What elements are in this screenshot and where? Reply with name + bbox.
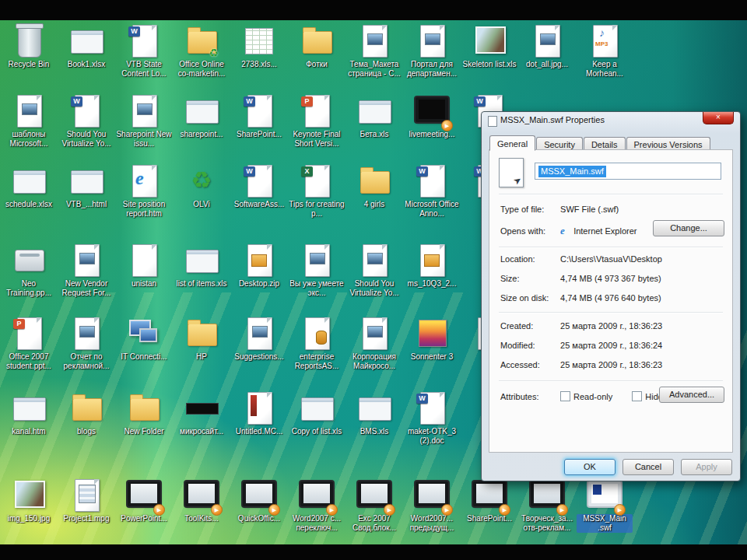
- imagedoc-icon-part: [425, 33, 440, 45]
- desktop-icon[interactable]: ▶QuickOffic...: [231, 478, 287, 523]
- apply-button[interactable]: Apply: [681, 459, 732, 475]
- desktop-icon[interactable]: Untitled.MC...: [231, 390, 287, 436]
- desktop-icon[interactable]: WMicrosoft Office Anno...: [404, 163, 460, 219]
- desktop-icon[interactable]: Портал для департамен...: [404, 23, 460, 79]
- imagedoc-icon: [68, 316, 105, 352]
- close-icon[interactable]: ×: [703, 112, 734, 124]
- desktop-icon[interactable]: Тема_Макета страница - С...: [346, 23, 402, 79]
- desktop-icon[interactable]: IT Connecti...: [116, 316, 172, 362]
- imagedoc-icon-part: [22, 103, 37, 115]
- desktop-icon[interactable]: Should You Virtualize Yo...: [346, 243, 402, 298]
- desktop-icon[interactable]: Sharepoint New issu...: [116, 93, 172, 149]
- desktop-icon[interactable]: ▶Творческ_за... отв-реклам...: [519, 478, 575, 533]
- desktop-icon[interactable]: unistan: [116, 243, 172, 289]
- desktop-icon[interactable]: 4 girls: [346, 163, 402, 209]
- desktop-icon[interactable]: schedule.xlsx: [1, 163, 57, 209]
- videothumb-icon: ▶: [471, 478, 508, 513]
- desktop-icon[interactable]: blogs: [58, 390, 114, 436]
- netpc-icon-part: [139, 328, 157, 342]
- desktop-icon[interactable]: WVTB State Content Lo...: [116, 23, 172, 79]
- window-icon-part: [186, 100, 219, 124]
- sunset-icon: [413, 316, 451, 352]
- cancel-button[interactable]: Cancel: [622, 459, 674, 475]
- desktop-icon[interactable]: ♻Office Online co-marketin...: [174, 23, 230, 79]
- desktop-icon[interactable]: ▶ToolKits...: [174, 478, 230, 523]
- iedoc-icon: e: [125, 163, 163, 199]
- desktop-icon[interactable]: VTB_...html: [58, 163, 114, 209]
- desktop-icon[interactable]: Фотки: [289, 23, 345, 69]
- desktop-icon[interactable]: kanal.htm: [1, 390, 57, 436]
- dialog-titlebar[interactable]: MSSX_Main.swf Properties ×: [482, 112, 740, 129]
- photothumb-icon-part: [475, 26, 506, 54]
- desktop-icon[interactable]: ▶Word2007 с... переключ...: [289, 478, 345, 533]
- zipdoc-icon: [240, 243, 278, 278]
- folder-icon-part: [360, 171, 390, 194]
- desktop-icon[interactable]: POffice 2007 student.ppt...: [1, 316, 57, 371]
- worddoc-icon: W: [240, 163, 278, 199]
- desktop-icon-label: enterprise ReportsAS...: [289, 352, 345, 371]
- desktop-icon-label: Microsoft Office Anno...: [404, 200, 460, 219]
- hidden-checkbox[interactable]: [632, 391, 642, 401]
- location-label: Location:: [500, 254, 558, 264]
- desktop-icon[interactable]: Project1.mpg: [58, 478, 114, 523]
- filename-input[interactable]: MSSX_Main.swf: [535, 163, 721, 180]
- desktop-icon[interactable]: Neo Training.pp...: [1, 243, 57, 298]
- desktop-icon[interactable]: WSharePoint...: [231, 93, 287, 139]
- desktop-icon[interactable]: ♪MP3Keep a Morhean...: [577, 23, 633, 79]
- desktop-icon[interactable]: BMS.xls: [346, 390, 402, 436]
- desktop-icon[interactable]: enterprise ReportsAS...: [289, 316, 345, 371]
- desktop-icon[interactable]: Wmaket-OTK_3 (2).doc: [404, 390, 460, 446]
- desktop-icon[interactable]: Sonnenter 3: [404, 316, 460, 362]
- advanced-button[interactable]: Advanced...: [659, 387, 724, 403]
- desktop-icon[interactable]: Book1.xlsx: [58, 23, 114, 69]
- desktop-icon[interactable]: Корпорация Майкросо...: [346, 316, 402, 371]
- desktop-icon[interactable]: ▶Word2007... предыдущ...: [404, 478, 460, 533]
- desktop-icon[interactable]: Бета.xls: [346, 93, 402, 139]
- imagedoc-icon-part: [137, 103, 153, 115]
- ok-button[interactable]: OK: [564, 459, 615, 475]
- netpc-icon: [125, 316, 163, 352]
- desktop-icon[interactable]: ms_10Q3_2...: [404, 243, 460, 289]
- desktop-icon[interactable]: ▶PowerPoint...: [116, 478, 172, 523]
- photothumb-icon: [10, 478, 47, 513]
- desktop-icon[interactable]: Recycle Bin: [1, 23, 57, 69]
- desktop-icon[interactable]: HP: [174, 316, 230, 362]
- readonly-checkbox[interactable]: [560, 391, 570, 401]
- desktop-icon[interactable]: Suggestions...: [231, 316, 287, 362]
- desktop-icon[interactable]: ▶Exc 2007 Свод.блок...: [346, 478, 402, 533]
- desktop-icon[interactable]: Desktop.zip: [231, 243, 287, 289]
- desktop-icon-label: VTB_...html: [58, 200, 114, 209]
- desktop-icon[interactable]: New Folder: [116, 390, 172, 436]
- desktop-icon[interactable]: eSite position report.htm: [116, 163, 172, 219]
- desktop-icon[interactable]: ▶SharePoint...: [461, 478, 517, 523]
- desktop-icon[interactable]: шаблоны Microsoft...: [1, 93, 57, 149]
- zipdoc-icon: [413, 243, 451, 278]
- tab-general[interactable]: General: [489, 135, 535, 151]
- desktop-icon-label: PowerPoint...: [116, 514, 172, 523]
- imagedoc-icon: [528, 23, 566, 59]
- desktop-icon[interactable]: Отчет по рекламной...: [58, 316, 114, 371]
- desktop-icon[interactable]: ▶livemeeting...: [404, 93, 460, 139]
- desktop-icon[interactable]: Copy of list.xls: [289, 390, 345, 436]
- worddoc-icon: W: [68, 93, 105, 129]
- desktop-icon[interactable]: 2738.xls...: [231, 23, 287, 69]
- desktop-icon[interactable]: XTips for creating p...: [289, 163, 345, 219]
- desktop-icon[interactable]: sharepoint...: [174, 93, 230, 139]
- desktop-icon[interactable]: New Vendor Request For...: [58, 243, 114, 298]
- videothumb-icon-part: ▶: [499, 504, 510, 516]
- desktop-icon[interactable]: WShould You Virtualize Yo...: [58, 93, 114, 149]
- desktop-icon-label: Untitled.MC...: [231, 427, 287, 436]
- desktop-icon[interactable]: PKeynote Final Short Versi...: [289, 93, 345, 149]
- desktop-icon[interactable]: ♻OLVi: [174, 163, 230, 209]
- desktop-icon[interactable]: Вы уже умеете экс...: [289, 243, 345, 298]
- change-button[interactable]: Change...: [653, 220, 724, 236]
- desktop-icon[interactable]: dot_all.jpg...: [519, 23, 575, 69]
- desktop-icon[interactable]: list of items.xls: [174, 243, 230, 289]
- desktop-icon[interactable]: микросайт...: [174, 390, 230, 436]
- reddoc-icon-part: [251, 395, 257, 416]
- imagedoc-icon-part: [79, 326, 95, 338]
- desktop-icon[interactable]: WSoftwareAss...: [231, 163, 287, 209]
- desktop-icon[interactable]: Skeleton list.xls: [461, 23, 517, 69]
- desktop-icon[interactable]: img_150.jpg: [1, 478, 57, 523]
- desktop-icon[interactable]: ▶MSSX_Main .swf: [577, 478, 633, 533]
